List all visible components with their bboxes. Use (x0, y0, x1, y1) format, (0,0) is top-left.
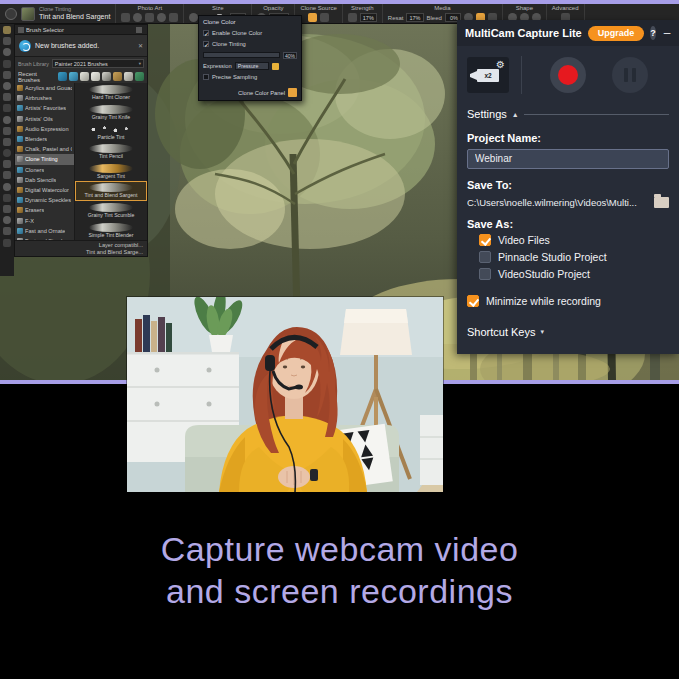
minimize-while-recording-option[interactable]: Minimize while recording (457, 293, 679, 310)
videostudio-option[interactable]: VideoStudio Project (457, 266, 679, 283)
multicam-titlebar[interactable]: MultiCam Capture Lite Upgrade ? – ✕ (457, 20, 679, 46)
save-as-label: Save As: (457, 208, 679, 232)
category-item[interactable]: Airbrushes (15, 93, 74, 103)
category-item[interactable]: Dab Stencils (15, 175, 74, 185)
brush-item[interactable]: Hard Tint Cloner (75, 83, 147, 103)
category-item[interactable]: Digital Watercolor (15, 185, 74, 195)
eraser-tool-icon[interactable] (3, 60, 11, 68)
clone-tinting-row[interactable]: Clone Tinting (203, 39, 297, 49)
video-files-checkbox[interactable] (479, 234, 491, 246)
brush-tool-icon[interactable] (3, 26, 11, 34)
perspective-tool-icon[interactable] (3, 227, 11, 235)
video-files-option[interactable]: Video Files (457, 232, 679, 249)
resat-value[interactable]: 17% (406, 13, 423, 22)
brush-library-dropdown[interactable]: Painter 2021 Brushes ▾ (52, 59, 144, 68)
recent-brush-thumb[interactable] (135, 72, 144, 81)
scissors-tool-icon[interactable] (3, 171, 11, 179)
photo-art-tool-icon[interactable] (145, 13, 154, 22)
category-item[interactable]: Fast and Ornate (15, 226, 74, 236)
brush-item[interactable]: Simple Tint Blender (75, 220, 147, 240)
videostudio-checkbox[interactable] (479, 268, 491, 280)
transform-tool-icon[interactable] (3, 82, 11, 90)
recent-brush-thumb[interactable] (124, 72, 133, 81)
strength-icon (348, 13, 357, 22)
recent-brush-thumb[interactable] (102, 72, 111, 81)
shape-select-tool-icon[interactable] (3, 160, 11, 168)
category-item[interactable]: Blenders (15, 134, 74, 144)
kaleidoscope-tool-icon[interactable] (3, 205, 11, 213)
clone-source-toggle-icon[interactable] (308, 13, 317, 22)
enable-clone-color-checkbox[interactable] (203, 30, 209, 36)
recent-brush-thumb[interactable] (80, 72, 89, 81)
upgrade-button[interactable]: Upgrade (588, 26, 645, 41)
minimize-while-recording-checkbox[interactable] (467, 295, 479, 307)
recent-brush-thumb[interactable] (113, 72, 122, 81)
clone-color-panel-button[interactable]: Clone Color Panel (203, 87, 297, 98)
photo-art-group: Photo Art (116, 4, 184, 23)
capture-sources-button[interactable]: x2 ⚙ (467, 57, 509, 93)
view-tool-icon[interactable] (3, 239, 11, 247)
category-item[interactable]: Dynamic Speckles (15, 195, 74, 205)
panel-options-icon[interactable] (136, 27, 142, 33)
brush-stroke-preview (89, 164, 133, 173)
close-notification-icon[interactable]: ✕ (138, 42, 143, 49)
photo-art-tool-icon[interactable] (121, 13, 130, 22)
expression-settings-icon[interactable] (272, 63, 279, 70)
category-item[interactable]: Acrylics and Gouache (15, 83, 74, 93)
category-item[interactable]: Artists' Oils (15, 114, 74, 124)
shortcut-keys-header[interactable]: Shortcut Keys ▾ (457, 310, 679, 338)
crop-tool-icon[interactable] (3, 116, 11, 124)
lasso-tool-icon[interactable] (3, 93, 11, 101)
dropper-tool-icon[interactable] (3, 37, 11, 45)
minimize-window-button[interactable]: – (662, 27, 673, 39)
settings-header[interactable]: Settings ▲ (457, 104, 679, 122)
brush-item[interactable]: Grainy Tint Scumble (75, 201, 147, 221)
enable-clone-color-row[interactable]: Enable Clone Color (203, 28, 297, 38)
pinnacle-studio-checkbox[interactable] (479, 251, 491, 263)
recent-brush-thumb[interactable] (58, 72, 67, 81)
brush-item-selected[interactable]: Tint and Blend Sargent (75, 181, 147, 201)
mirror-tool-icon[interactable] (3, 194, 11, 202)
shape-tool-icon[interactable] (3, 138, 11, 146)
paint-bucket-tool-icon[interactable] (3, 48, 11, 56)
brush-item[interactable]: Particle Tint (75, 122, 147, 142)
project-name-input[interactable] (467, 149, 669, 169)
help-button[interactable]: ? (650, 26, 656, 40)
recent-brush-thumb[interactable] (91, 72, 100, 81)
clone-source-options-icon[interactable] (320, 13, 329, 22)
photo-art-tool-icon[interactable] (169, 13, 178, 22)
expression-dropdown[interactable]: Pressure (235, 62, 269, 70)
brush-item[interactable]: Tint Pencil (75, 142, 147, 162)
current-brush-indicator[interactable]: Clone Tinting Tint and Blend Sargent (0, 4, 116, 23)
pinnacle-studio-option[interactable]: Pinnacle Studio Project (457, 249, 679, 266)
photo-art-tool-icon[interactable] (133, 13, 142, 22)
category-item[interactable]: Artists' Favorites (15, 103, 74, 113)
category-item[interactable]: Audio Expression (15, 124, 74, 134)
category-item[interactable]: F-X (15, 215, 74, 225)
magic-wand-tool-icon[interactable] (3, 104, 11, 112)
recent-brush-thumb[interactable] (69, 72, 78, 81)
category-item-selected[interactable]: Clone Tinting (15, 154, 74, 164)
text-tool-icon[interactable] (3, 149, 11, 157)
brush-selector-header[interactable]: Brush Selector (15, 25, 147, 35)
category-item[interactable]: Erasers (15, 205, 74, 215)
brush-item[interactable]: Grainy Tint Knife (75, 103, 147, 123)
amount-value[interactable]: 40% (283, 52, 297, 59)
precise-sampling-checkbox[interactable] (203, 74, 209, 80)
layer-adjuster-tool-icon[interactable] (3, 71, 11, 79)
category-item[interactable]: Chalk, Pastel and Crayons (15, 144, 74, 154)
category-item[interactable]: Cloners (15, 165, 74, 175)
clone-tinting-checkbox[interactable] (203, 41, 209, 47)
record-button[interactable] (550, 57, 586, 93)
pause-button[interactable] (612, 57, 648, 93)
brush-item[interactable]: Sargent Tint (75, 162, 147, 182)
strength-value[interactable]: 17% (360, 13, 377, 22)
photo-art-tool-icon[interactable] (157, 13, 166, 22)
browse-folder-icon[interactable] (654, 197, 669, 208)
precise-sampling-row[interactable]: Precise Sampling (203, 72, 297, 82)
amount-slider[interactable] (203, 52, 280, 58)
pen-tool-icon[interactable] (3, 127, 11, 135)
clone-color-title: Clone Color (203, 18, 297, 25)
add-point-tool-icon[interactable] (3, 183, 11, 191)
divine-proportion-tool-icon[interactable] (3, 216, 11, 224)
